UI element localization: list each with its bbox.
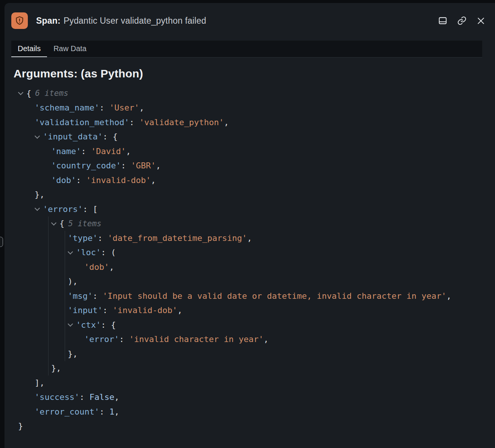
code-token: }, [51,363,61,373]
code-token: : [81,147,91,156]
code-token: : [97,233,108,243]
code-line: ), [14,274,487,289]
code-token: 'input' [68,306,103,315]
copy-link-button[interactable] [457,16,467,26]
code-line: } [14,419,487,434]
code-token: : { [103,132,118,141]
code-token: : [ [83,204,98,214]
code-line: 'errors': [ [14,202,487,216]
span-detail-panel: Span:Pydantic User validate_python faile… [5,3,495,448]
code-token: : [99,407,109,416]
code-token: 'invalid character in year' [129,334,264,344]
code-token: : { [101,320,116,330]
code-token: , [177,306,182,315]
code-token: 'input_data' [43,132,103,141]
arguments-heading: Arguments: (as Python) [14,67,487,80]
code-token: , [126,147,131,156]
code-token: { [26,89,31,98]
code-token: , [247,233,252,243]
code-token: 'error_count' [35,407,99,416]
code-token: : [129,118,140,127]
code-line: {6 items [14,86,487,101]
code-token: , [114,392,119,402]
code-line: 'validation_method': 'validate_python', [14,115,487,130]
code-line: 'dob': 'invalid-dob', [14,173,487,188]
panel-header: Span:Pydantic User validate_python faile… [5,3,495,38]
code-token: 'error' [84,334,119,344]
code-token: 'dob' [84,262,109,272]
code-line: 'loc': ( [14,245,487,260]
code-token: 'country_code' [51,161,121,170]
panel-title: Span:Pydantic User validate_python faile… [36,16,206,26]
warning-shield-icon [11,12,28,29]
code-token: 'ctx' [76,320,101,330]
collapse-chevron-icon[interactable] [68,324,76,326]
code-line: 'error': 'invalid character in year', [14,332,487,347]
collapse-chevron-icon[interactable] [51,222,59,225]
code-token: , [139,103,144,112]
tab-details[interactable]: Details [11,41,47,57]
code-token: } [18,421,23,431]
code-line: }, [14,347,487,361]
code-token: 'errors' [43,204,83,214]
code-line: 'dob', [14,260,487,274]
code-token: }, [35,190,45,199]
code-token: 5 items [68,219,102,228]
code-token: 'invalid-dob' [112,306,177,315]
code-token: 'type' [68,233,97,243]
code-line: 'input': 'invalid-dob', [14,303,487,318]
collapse-chevron-icon[interactable] [35,136,43,138]
code-token: 'schema_name' [35,103,99,112]
code-token: 'Input should be a valid date or datetim… [103,291,446,301]
code-line: 'schema_name': 'User', [14,101,487,115]
indent-guide [48,216,49,376]
code-token: 'User' [109,103,139,112]
code-token: 'success' [35,392,79,402]
code-token: 'validation_method' [35,118,129,127]
code-line: 'msg': 'Input should be a valid date or … [14,289,487,303]
code-token: 'name' [51,147,81,156]
collapse-chevron-icon[interactable] [68,251,76,254]
code-token: 'David' [91,147,126,156]
panel-edge-handle[interactable] [0,237,3,247]
code-token: 'validate_python' [139,118,224,127]
code-token: : [119,334,129,344]
code-token: , [264,334,269,344]
code-token: ], [35,378,45,387]
code-token: 'date_from_datetime_parsing' [108,233,247,243]
code-token: { [59,219,64,228]
code-line: 'input_data': { [14,130,487,144]
tab-raw-data[interactable]: Raw Data [47,41,93,57]
code-line: 'name': 'David', [14,144,487,159]
code-token: : [93,291,103,301]
code-token: : [121,161,131,170]
code-token: , [114,407,119,416]
code-token: ), [68,277,78,286]
code-token: , [109,262,114,272]
code-line: {5 items [14,216,487,231]
span-label: Span: [36,16,61,26]
code-token: , [224,118,229,127]
code-token: 'dob' [51,176,76,185]
code-token: False [90,392,114,402]
code-token: 'msg' [68,291,93,301]
code-line: 'success': False, [14,390,487,405]
collapse-chevron-icon[interactable] [35,208,43,210]
tab-bar: Details Raw Data [11,41,482,58]
code-token: : [99,103,109,112]
code-token: : [103,306,113,315]
code-token: : ( [101,248,116,257]
code-token: 'invalid-dob' [86,176,151,185]
code-token: : [76,176,86,185]
code-line: 'error_count': 1, [14,404,487,419]
dock-panel-button[interactable] [437,16,448,26]
code-line: ], [14,375,487,390]
collapse-chevron-icon[interactable] [18,92,26,94]
close-button[interactable] [476,16,486,26]
span-title-text: Pydantic User validate_python failed [64,16,206,26]
details-content: Arguments: (as Python) {6 items'schema_n… [5,58,495,433]
indent-guide [65,231,65,361]
code-token: , [156,161,161,170]
code-token: }, [68,349,78,359]
code-line: }, [14,188,487,202]
